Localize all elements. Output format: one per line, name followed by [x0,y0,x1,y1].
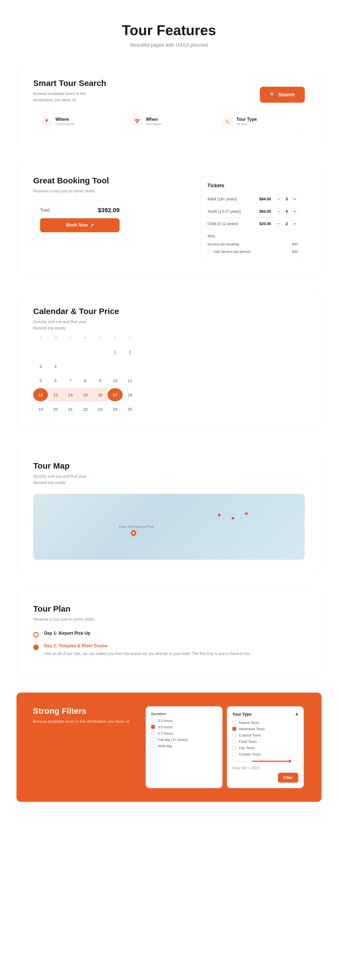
ticket-price-child: $20.00 [259,221,271,226]
duration-option-3[interactable]: Full day (7+ hours) [151,738,217,742]
tour-type-label-2: Cultural Tours [239,733,261,737]
cal-day-9[interactable]: 9 [93,374,108,387]
tour-type-option-0[interactable]: Nature Tours [232,721,298,725]
price-range-bar[interactable] [232,760,298,762]
cal-day-22[interactable]: 22 [78,402,93,415]
cal-day-11[interactable]: 11 [123,374,138,387]
total-label: Total: [40,208,51,213]
cal-empty [78,345,93,358]
cal-day-4[interactable]: 4 [48,360,63,373]
duration-check-3[interactable] [151,738,155,741]
cal-day-20[interactable]: 20 [48,402,63,415]
tour-type-option-4[interactable]: City Tours [232,746,298,750]
tour-type-check-2[interactable] [232,733,236,737]
cal-week-1: 1 2 [33,345,138,358]
qty-num-youth: 4 [285,209,289,213]
search-button[interactable]: 🔍 Search [260,87,305,103]
qty-plus-adult[interactable]: + [291,196,298,202]
qty-plus-youth[interactable]: + [291,208,298,215]
cal-day-5[interactable]: 5 [33,374,48,387]
cal-day-1[interactable]: 1 [108,345,122,358]
calendar-day-headers: S M T W T F S [33,331,138,344]
cal-day-14[interactable]: 14 [63,388,78,401]
tour-type-check-1[interactable] [232,727,236,731]
cal-day-15[interactable]: 15 [78,388,93,401]
qty-minus-youth[interactable]: − [275,208,282,215]
cal-hdr-3: W [78,331,93,344]
price-range-container: Price: $30 — $120 Filter [232,760,298,783]
duration-check-2[interactable] [151,731,155,735]
timeline-dot-day1 [33,632,39,637]
duration-title: Duration [151,712,217,716]
cal-week-5: 19 20 21 22 23 24 25 [33,402,138,415]
map-title: Tour Map [33,461,305,471]
qty-num-adult: 3 [285,197,289,201]
tour-type-check-5[interactable] [232,752,236,756]
tour-map-section: Tour Map Quickly sort out and find your … [16,447,322,574]
cal-day-13[interactable]: 13 [48,388,63,401]
cal-day-17[interactable]: 17 [108,388,122,401]
booking-layout: Great Booking Tool Reserve a tour just i… [33,176,305,262]
calendar-title: Calendar & Tour Price [33,307,305,316]
cal-day-25[interactable]: 25 [123,402,138,415]
cal-day-12[interactable]: 12 [33,388,48,401]
cal-day-8[interactable]: 8 [78,374,93,387]
qty-plus-child[interactable]: + [291,220,298,227]
tour-type-check-4[interactable] [232,746,236,750]
tour-type-check-0[interactable] [232,721,236,724]
tour-type-filter-title: Tour Type [232,712,252,716]
duration-check-4[interactable] [151,744,155,748]
qty-controls-youth: − 4 + [275,208,298,215]
duration-option-0[interactable]: 0-3 hours [151,719,217,723]
price-range-thumb[interactable] [288,759,292,763]
cal-hdr-4: T [93,331,108,344]
qty-controls-adult: − 3 + [275,196,298,202]
tour-type-dropdown[interactable]: Tour Type ∧ [232,712,298,717]
tour-type-option-1[interactable]: Adventure Tours [232,727,298,731]
cal-day-19[interactable]: 19 [33,402,48,415]
tour-type-option-2[interactable]: Cultural Tours [232,733,298,737]
timeline-day1-label: Day 1: Airport Pick Up [44,631,90,636]
map-label: Khao Sok National Park [119,525,154,529]
qty-controls-child: − 2 + [275,220,298,227]
duration-option-1[interactable]: 3-5 hours [151,725,217,729]
cal-day-21[interactable]: 21 [63,402,78,415]
booking-desc: Reserve a tour just in some clicks [33,188,99,194]
chevron-up-icon: ∧ [295,712,298,717]
cal-day-2[interactable]: 2 [123,345,138,358]
cal-day-16[interactable]: 16 [93,388,108,401]
search-field-tour-type[interactable]: 🏷️ Tour Type All tour [214,111,305,131]
search-field-where[interactable]: 📍 Where Destinations [33,111,124,131]
cal-day-10[interactable]: 10 [108,374,122,387]
duration-check-1[interactable] [151,725,155,729]
cal-day-24[interactable]: 24 [108,402,122,415]
duration-option-4[interactable]: Multi-day [151,744,217,748]
cal-hdr-2: T [63,331,78,344]
cal-empty [63,360,78,373]
qty-minus-child[interactable]: − [275,220,282,227]
timeline-content-day1: Day 1: Airport Pick Up [44,631,90,638]
tour-type-option-5[interactable]: Cruises Tours [232,752,298,756]
cal-day-6[interactable]: 6 [48,374,63,387]
tour-type-option-3[interactable]: Food Tours [232,740,298,744]
cal-day-3[interactable]: 3 [33,360,48,373]
tour-type-check-3[interactable] [232,740,236,743]
cal-empty [93,360,108,373]
ticket-row-youth: Youth (13-17 years) $84.00 − 4 + [208,205,298,218]
duration-option-2[interactable]: 5-7 hours [151,731,217,735]
cal-day-18[interactable]: 18 [123,388,138,401]
duration-check-0[interactable] [151,719,155,722]
extra-checkbox-person[interactable] [208,250,211,254]
book-now-button[interactable]: Book Now ↗ [40,218,120,232]
cal-day-23[interactable]: 23 [93,402,108,415]
location-icon: 📍 [42,116,52,126]
filter-button[interactable]: Filter [278,773,298,783]
total-row: Total: $392.09 [40,207,120,214]
search-field-when[interactable]: 📅 When Add dates [124,111,214,131]
cal-day-7[interactable]: 7 [63,374,78,387]
tour-type-label-3: Food Tours [239,740,257,744]
map-container[interactable]: Khao Sok National Park [33,494,305,560]
calendar-icon: 📅 [132,116,142,126]
where-label: Where [56,117,75,122]
qty-minus-adult[interactable]: − [275,196,282,202]
